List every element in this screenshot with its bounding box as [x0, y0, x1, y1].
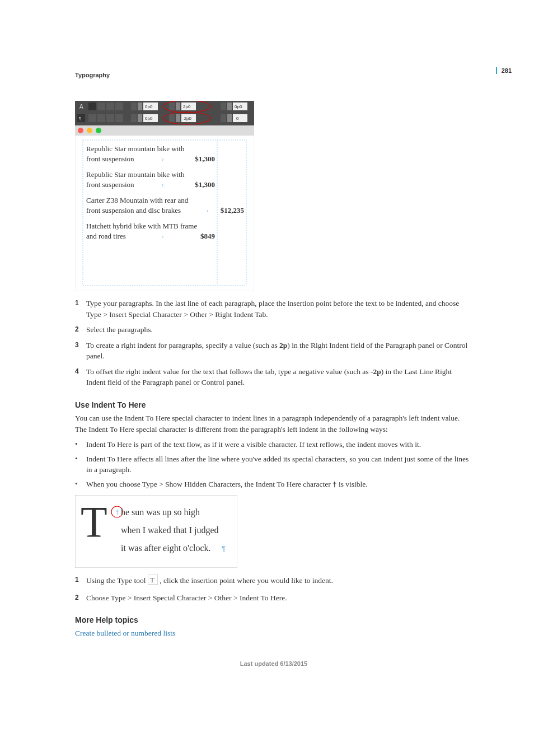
- subhead-indent-to-here: Use Indent To Here: [75, 400, 472, 409]
- svg-rect-14: [227, 102, 232, 110]
- svg-rect-10: [176, 102, 180, 110]
- svg-text:he sun was up so high: he sun was up so high: [121, 507, 200, 517]
- step-number: 2: [75, 324, 86, 334]
- svg-rect-20: [97, 114, 105, 122]
- step-text: To offset the right indent value for the…: [86, 366, 472, 388]
- step-number: 2: [75, 592, 86, 603]
- step-item: 1 Type your paragraphs. In the last line…: [75, 298, 472, 320]
- svg-text:it was after eight o'clock.: it was after eight o'clock.: [121, 543, 211, 553]
- svg-rect-6: [138, 102, 142, 110]
- character-mode-icon: A: [79, 104, 83, 110]
- svg-text:front suspension and disc brak: front suspension and disc brakes: [86, 206, 181, 214]
- page-number: 281: [496, 67, 512, 74]
- bullet-list: Indent To Here is part of the text flow,…: [75, 439, 472, 489]
- step-number: 1: [75, 575, 86, 585]
- running-header: Typography: [75, 72, 472, 78]
- svg-rect-23: [131, 114, 137, 122]
- step-number: 1: [75, 298, 86, 308]
- svg-text:$849: $849: [200, 232, 216, 240]
- svg-text:Republic Star mountain bike wi: Republic Star mountain bike with: [86, 170, 185, 179]
- traffic-min-icon: [87, 128, 92, 133]
- type-tool-icon: T .: [148, 575, 158, 588]
- step-item: 4 To offset the right indent value for t…: [75, 366, 472, 388]
- svg-rect-27: [169, 114, 175, 122]
- svg-rect-1: [88, 102, 96, 110]
- step-text: Choose Type > Insert Special Character >…: [86, 592, 472, 604]
- svg-text:front suspension: front suspension: [86, 155, 134, 163]
- list-item: Indent To Here is part of the text flow,…: [75, 439, 472, 450]
- step-text: Using the Type tool T . , click the inse…: [86, 575, 472, 588]
- svg-text:2p0: 2p0: [183, 104, 191, 109]
- steps-indent-to-here: 1 Using the Type tool T . , click the in…: [75, 575, 472, 603]
- svg-rect-4: [115, 102, 123, 110]
- svg-text:0p0: 0p0: [235, 104, 242, 109]
- svg-text:0: 0: [236, 116, 239, 121]
- svg-rect-33: [233, 114, 247, 122]
- last-updated-footer: Last updated 6/13/2015: [75, 660, 472, 667]
- svg-text:0p0: 0p0: [145, 116, 153, 121]
- list-item: When you choose Type > Show Hidden Chara…: [75, 479, 472, 490]
- step-text: To create a right indent for paragraphs,…: [86, 340, 472, 362]
- svg-text:›: ›: [162, 234, 163, 240]
- step-text: Type your paragraphs. In the last line o…: [86, 298, 472, 320]
- help-link[interactable]: Create bulleted or numbered lists: [75, 629, 175, 637]
- svg-rect-9: [169, 102, 175, 110]
- svg-rect-31: [221, 114, 226, 122]
- body-paragraph: You can use the Indent To Here special c…: [75, 413, 472, 435]
- list-item: Indent To Here affects all lines after t…: [75, 454, 472, 475]
- svg-rect-3: [106, 102, 114, 110]
- svg-text:¶: ¶: [222, 544, 226, 553]
- svg-text:Republic Star mountain bike wi: Republic Star mountain bike with: [86, 144, 185, 153]
- svg-rect-28: [176, 114, 180, 122]
- svg-rect-24: [138, 114, 142, 122]
- step-item: 1 Using the Type tool T . , click the in…: [75, 575, 472, 588]
- svg-rect-32: [227, 114, 232, 122]
- traffic-zoom-icon: [96, 128, 101, 133]
- svg-rect-13: [221, 102, 226, 110]
- svg-text:$1,300: $1,300: [195, 155, 215, 163]
- svg-text:$1,300: $1,300: [195, 180, 215, 189]
- svg-text:T: T: [81, 497, 107, 546]
- indent-to-here-icon: †: [332, 480, 337, 488]
- step-text: Select the paragraphs.: [86, 324, 472, 335]
- traffic-close-icon: [78, 128, 83, 133]
- figure-indent-to-here-example: T † he sun was up so high when I waked t…: [75, 495, 472, 568]
- more-help-heading: More Help topics: [75, 615, 472, 624]
- svg-text:›: ›: [162, 156, 163, 162]
- svg-text:T: T: [150, 576, 154, 584]
- svg-rect-5: [131, 102, 137, 110]
- step-item: 2 Select the paragraphs.: [75, 324, 472, 335]
- svg-text:front suspension: front suspension: [86, 180, 134, 189]
- svg-text:¶: ¶: [79, 116, 81, 121]
- step-item: 2 Choose Type > Insert Special Character…: [75, 592, 472, 604]
- svg-text:and road tires: and road tires: [86, 232, 126, 240]
- svg-rect-22: [115, 114, 123, 122]
- svg-rect-2: [97, 102, 105, 110]
- svg-text:$12,235: $12,235: [221, 206, 245, 214]
- steps-right-indent: 1 Type your paragraphs. In the last line…: [75, 298, 472, 388]
- svg-text:0p0: 0p0: [145, 104, 153, 109]
- svg-text:when I waked that I judged: when I waked that I judged: [121, 525, 219, 535]
- svg-text:›: ›: [162, 182, 163, 188]
- svg-text:Hatchett hybrid bike with MTB : Hatchett hybrid bike with MTB frame: [86, 222, 197, 230]
- svg-rect-35: [75, 125, 254, 136]
- svg-text:Carter Z38 Mountain with rear : Carter Z38 Mountain with rear and: [86, 196, 189, 204]
- svg-text:›: ›: [207, 208, 208, 214]
- svg-rect-19: [88, 114, 96, 122]
- step-item: 3 To create a right indent for paragraph…: [75, 340, 472, 362]
- step-number: 3: [75, 340, 86, 350]
- svg-text:-2p0: -2p0: [182, 116, 192, 121]
- svg-text:†: †: [115, 508, 119, 516]
- step-number: 4: [75, 366, 86, 376]
- figure-right-indent-example: A 0p0 2p0 0p0 ¶: [75, 101, 472, 291]
- svg-rect-21: [106, 114, 114, 122]
